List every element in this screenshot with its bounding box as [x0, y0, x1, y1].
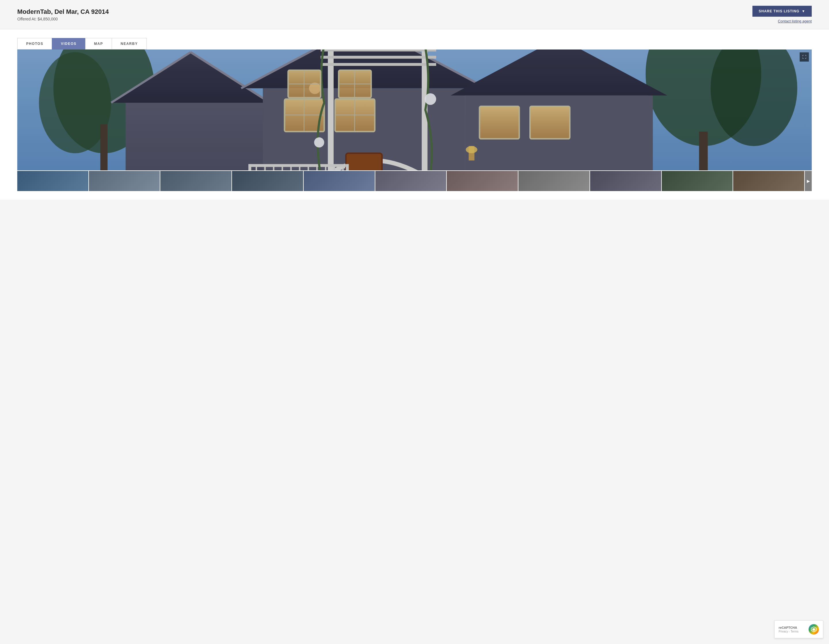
listing-price: Offered At: $4,850,000 [17, 17, 109, 21]
main-photo-display: ⛶ [17, 49, 812, 170]
photo-container: ⛶ ▶ [17, 49, 812, 191]
tab-map[interactable]: MAP [85, 38, 112, 49]
main-content: PHOTOS VIDEOS MAP NEARBY [0, 29, 829, 200]
svg-rect-84 [17, 49, 812, 170]
thumbnail-8[interactable] [519, 171, 589, 191]
thumbnail-10[interactable] [662, 171, 733, 191]
thumbnail-next-button[interactable]: ▶ [805, 171, 812, 191]
tab-photos[interactable]: PHOTOS [17, 38, 52, 49]
tab-videos[interactable]: VIDEOS [52, 38, 85, 49]
thumbnail-11[interactable] [733, 171, 804, 191]
thumbnail-4[interactable] [232, 171, 303, 191]
house-illustration [17, 49, 812, 170]
thumbnail-strip: ▶ [17, 171, 812, 191]
listing-title: ModernTab, Del Mar, CA 92014 [17, 8, 109, 16]
thumbnail-9[interactable] [590, 171, 661, 191]
next-arrow-icon: ▶ [807, 179, 810, 183]
share-listing-button[interactable]: SHARE THIS LISTING ▼ [752, 6, 812, 17]
thumbnail-6[interactable] [375, 171, 446, 191]
fullscreen-button[interactable]: ⛶ [800, 52, 809, 61]
header-actions: SHARE THIS LISTING ▼ Contact listing age… [752, 6, 812, 23]
thumbnail-5[interactable] [304, 171, 375, 191]
thumbnail-1[interactable] [17, 171, 88, 191]
contact-agent-link[interactable]: Contact listing agent [778, 19, 812, 23]
thumbnail-2[interactable] [89, 171, 160, 191]
share-button-label: SHARE THIS LISTING [759, 9, 799, 13]
thumbnail-3[interactable] [160, 171, 232, 191]
share-button-chevron-icon: ▼ [802, 9, 805, 13]
listing-info: ModernTab, Del Mar, CA 92014 Offered At:… [17, 8, 109, 21]
thumbnail-7[interactable] [447, 171, 518, 191]
tab-nearby[interactable]: NEARBY [112, 38, 147, 49]
fullscreen-icon: ⛶ [802, 55, 806, 59]
page-header: ModernTab, Del Mar, CA 92014 Offered At:… [0, 0, 829, 29]
photo-tabs: PHOTOS VIDEOS MAP NEARBY [17, 38, 812, 49]
